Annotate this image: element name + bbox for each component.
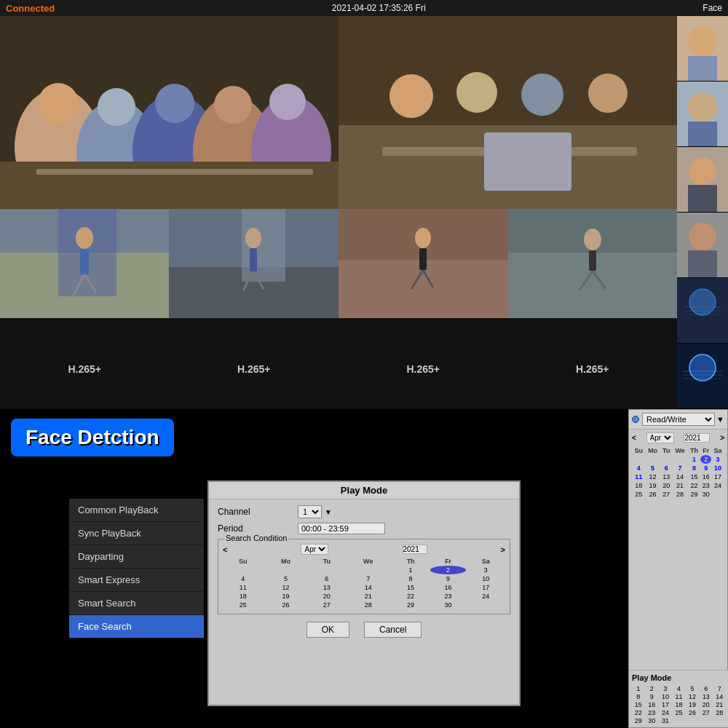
storage-dropdown-arrow[interactable]: ▼: [716, 415, 724, 424]
channel-dropdown-arrow[interactable]: ▼: [325, 508, 332, 516]
period-row: Period: [218, 523, 510, 534]
top-bar: Connected 2021-04-02 17:35:26 Fri Face: [0, 0, 728, 16]
svg-point-56: [689, 157, 716, 185]
dialog-title: Play Mode: [209, 482, 519, 499]
left-menu: Common PlayBack Sync PlayBack Dayparting…: [0, 499, 207, 717]
svg-point-12: [214, 86, 252, 124]
face-thumb-3[interactable]: [677, 147, 728, 213]
video-cell-5: [339, 209, 508, 318]
svg-point-33: [245, 228, 261, 248]
svg-point-10: [98, 88, 135, 126]
svg-point-9: [38, 83, 79, 124]
search-condition-label: Search Condition: [224, 534, 288, 542]
dialog-buttons: OK Cancel: [218, 622, 510, 638]
play-mode-numgrid: 1234567891011121314151617181920212223242…: [632, 685, 726, 724]
period-label: Period: [218, 523, 298, 534]
svg-point-53: [688, 92, 717, 122]
cal-year-input[interactable]: [684, 433, 710, 443]
video-cell-4: [169, 209, 339, 318]
video-cell-1: [0, 16, 339, 209]
svg-rect-51: [688, 56, 717, 82]
channel-control: 1 ▼: [298, 505, 510, 518]
dialog-mini-calendar: < Apr > SuMoTuWeThFrSa 123 45678910 1112…: [223, 544, 505, 609]
cal-next-btn[interactable]: >: [720, 434, 724, 442]
face-thumbnail-sidebar: [677, 16, 728, 409]
menu-item-face-search[interactable]: Face Search: [69, 615, 204, 638]
video-cell-2: [339, 16, 677, 209]
dialog-cal-next[interactable]: >: [501, 545, 505, 554]
dialog-cal-month[interactable]: Apr: [301, 544, 328, 555]
svg-point-17: [456, 72, 497, 113]
dialog-cal-grid: SuMoTuWeThFrSa 123 45678910 111213141516…: [223, 557, 505, 609]
svg-rect-46: [589, 250, 596, 271]
face-thumb-5[interactable]: [677, 278, 728, 344]
svg-point-45: [584, 229, 601, 250]
svg-rect-57: [688, 185, 717, 213]
menu-item-smart-express[interactable]: Smart Express: [69, 569, 204, 592]
svg-rect-8: [36, 169, 313, 175]
svg-point-26: [76, 227, 93, 249]
face-thumb-6[interactable]: [677, 344, 728, 409]
svg-point-19: [588, 74, 628, 113]
video-cell-3: [0, 209, 169, 318]
svg-point-13: [269, 84, 306, 120]
svg-point-39: [415, 228, 431, 248]
channel-row: Channel 1 ▼: [218, 505, 510, 518]
menu-item-sync-playback[interactable]: Sync PlayBack: [69, 522, 204, 545]
play-mode-section: Play Mode 123456789101112131415161718192…: [629, 670, 728, 727]
storage-select-row: Read/Write ▼: [629, 410, 727, 430]
right-panel: Read/Write ▼ < Apr > SuMoTuWeThFrSa 123 …: [628, 409, 728, 728]
calendar-widget: < Apr > SuMoTuWeThFrSa 123 45678910 1112…: [629, 430, 727, 502]
play-mode-dialog: Play Mode Channel 1 ▼ Period Search Cond…: [207, 480, 521, 706]
face-thumb-4[interactable]: [677, 213, 728, 278]
readwrite-radio[interactable]: [632, 416, 639, 423]
svg-point-11: [155, 84, 194, 123]
channel-select[interactable]: 1: [298, 505, 322, 518]
h265-label-3: H.265+: [339, 363, 508, 376]
dialog-cancel-button[interactable]: Cancel: [364, 622, 422, 638]
cal-prev-btn[interactable]: <: [632, 434, 636, 442]
menu-item-common-playback[interactable]: Common PlayBack: [69, 499, 204, 522]
video-grid: H.265+ H.265+ H.265+ H.265+: [0, 16, 677, 409]
svg-rect-40: [419, 248, 427, 270]
calendar-grid: SuMoTuWeThFrSa 123 45678910 111213141516…: [632, 446, 724, 499]
svg-rect-7: [0, 162, 339, 209]
play-mode-title: Play Mode: [632, 673, 726, 682]
face-detection-banner: Face Detction: [11, 419, 174, 456]
h265-label-1: H.265+: [0, 363, 170, 376]
svg-point-16: [389, 74, 433, 118]
cal-month-select[interactable]: Apr: [646, 432, 674, 443]
dialog-ok-button[interactable]: OK: [306, 622, 349, 638]
storage-dropdown[interactable]: Read/Write: [642, 413, 715, 426]
video-cell-6: [508, 209, 677, 318]
svg-rect-60: [688, 250, 717, 278]
face-tab[interactable]: Face: [703, 3, 722, 13]
period-input[interactable]: [298, 523, 385, 534]
channel-label: Channel: [218, 507, 298, 517]
menu-item-dayparting[interactable]: Dayparting: [69, 545, 204, 569]
datetime-display: 2021-04-02 17:35:26 Fri: [332, 3, 426, 13]
dialog-body: Channel 1 ▼ Period Search Condition < Ap…: [209, 499, 519, 644]
svg-point-59: [689, 223, 716, 250]
svg-rect-54: [688, 122, 717, 147]
svg-rect-34: [250, 248, 257, 272]
face-thumb-2[interactable]: [677, 82, 728, 147]
svg-point-50: [688, 27, 717, 56]
connected-status: Connected: [6, 3, 55, 14]
period-control: [298, 523, 510, 534]
dialog-cal-year[interactable]: [403, 545, 427, 554]
face-thumb-1[interactable]: [677, 16, 728, 82]
h265-label-2: H.265+: [170, 363, 339, 376]
svg-point-18: [521, 74, 563, 116]
svg-rect-22: [484, 132, 571, 191]
svg-rect-27: [80, 249, 89, 274]
dialog-cal-prev[interactable]: <: [223, 545, 227, 554]
menu-item-smart-search[interactable]: Smart Search: [69, 592, 204, 615]
h265-label-4: H.265+: [508, 363, 678, 376]
search-condition-box: Search Condition < Apr > SuMoTuWeThFrSa …: [218, 539, 510, 614]
